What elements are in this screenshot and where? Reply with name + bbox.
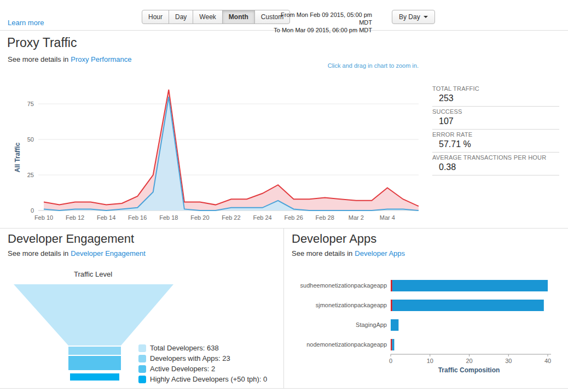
date-range-text: From Mon Feb 09 2015, 05:00 pm MDT To Mo… [273, 11, 372, 34]
svg-text:Feb 14: Feb 14 [97, 214, 115, 221]
svg-text:sjmonetizationpackageapp: sjmonetizationpackageapp [316, 302, 387, 308]
funnel-legend: Total Developers: 638Developers with App… [138, 344, 267, 383]
proxy-details: See more details inProxy Performance [8, 55, 132, 63]
svg-text:25: 25 [27, 172, 34, 178]
svg-text:nodemonetizationpackageapp: nodemonetizationpackageapp [306, 341, 387, 348]
range-button-month[interactable]: Month [222, 10, 255, 24]
svg-text:sudheemonetizationpackageapp: sudheemonetizationpackageapp [300, 282, 387, 289]
stat-value: 107 [432, 115, 559, 127]
proxy-traffic-title: Proxy Traffic [7, 36, 77, 50]
range-button-week[interactable]: Week [193, 10, 222, 24]
proxy-performance-link[interactable]: Proxy Performance [71, 55, 131, 63]
legend-swatch-icon [138, 355, 146, 362]
range-button-hour[interactable]: Hour [142, 10, 169, 24]
legend-label: Total Developers: 638 [150, 344, 219, 352]
interval-label: By Day [399, 13, 420, 21]
apps-details: See more details inDeveloper Apps [292, 249, 405, 258]
svg-text:Mar 4: Mar 4 [380, 214, 395, 221]
stat-label: SUCCESS [432, 108, 559, 115]
svg-text:20: 20 [466, 358, 472, 364]
bottom-divider [0, 388, 568, 389]
svg-text:All Traffic: All Traffic [14, 142, 21, 172]
svg-text:Feb 16: Feb 16 [128, 214, 147, 221]
engagement-details: See more details inDeveloper Engagement [8, 249, 146, 258]
stat-error-rate: ERROR RATE57.71 % [432, 130, 559, 153]
developer-apps-chart[interactable]: sudheemonetizationpackageappsjmonetizati… [288, 269, 565, 379]
svg-text:StagingApp: StagingApp [356, 321, 387, 328]
stat-value: 57.71 % [432, 138, 559, 150]
date-from: From Mon Feb 09 2015, 05:00 pm MDT [273, 11, 372, 26]
legend-item: Developers with Apps: 23 [138, 354, 267, 362]
developer-apps-link[interactable]: Developer Apps [355, 249, 405, 258]
legend-item: Total Developers: 638 [138, 344, 267, 352]
legend-item: Active Developers: 2 [138, 365, 267, 373]
learn-more-link[interactable]: Learn more [8, 19, 44, 27]
svg-text:75: 75 [27, 101, 34, 107]
range-button-day[interactable]: Day [169, 10, 193, 24]
legend-swatch-icon [138, 344, 146, 352]
legend-swatch-icon [138, 365, 146, 373]
svg-text:40: 40 [544, 358, 551, 364]
funnel-chart-title: Traffic Level [11, 270, 175, 278]
legend-label: Developers with Apps: 23 [150, 354, 230, 362]
svg-text:Feb 26: Feb 26 [285, 214, 303, 221]
proxy-stats-panel: TOTAL TRAFFIC253SUCCESS107ERROR RATE57.7… [432, 84, 559, 175]
stat-value: 253 [432, 92, 559, 104]
caret-down-icon [424, 16, 428, 18]
developer-engagement-link[interactable]: Developer Engagement [71, 249, 146, 258]
developer-engagement-title: Developer Engagement [8, 232, 134, 246]
stat-label: AVERAGE TRANSACTIONS PER HOUR [432, 154, 559, 161]
engagement-details-prefix: See more details in [8, 249, 68, 258]
svg-text:Mar 2: Mar 2 [349, 214, 364, 221]
svg-text:Feb 24: Feb 24 [253, 214, 271, 221]
svg-text:0: 0 [389, 358, 392, 364]
legend-label: Highly Active Developers (+50 tph): 0 [150, 375, 267, 383]
svg-text:Feb 12: Feb 12 [66, 214, 84, 221]
stat-success: SUCCESS107 [432, 107, 559, 130]
stat-label: TOTAL TRAFFIC [432, 85, 559, 92]
svg-text:Feb 22: Feb 22 [222, 214, 240, 221]
apps-details-prefix: See more details in [292, 249, 352, 258]
svg-text:0: 0 [31, 207, 34, 214]
svg-text:Feb 20: Feb 20 [190, 214, 209, 221]
legend-label: Active Developers: 2 [150, 365, 215, 373]
svg-text:Feb 18: Feb 18 [159, 214, 178, 221]
zoom-hint: Click and drag in chart to zoom in. [328, 62, 419, 69]
stat-label: ERROR RATE [432, 131, 559, 138]
stat-total-traffic: TOTAL TRAFFIC253 [432, 84, 559, 107]
developer-apps-title: Developer Apps [292, 232, 376, 246]
svg-text:Traffic Composition: Traffic Composition [438, 366, 500, 374]
legend-item: Highly Active Developers (+50 tph): 0 [138, 375, 267, 383]
time-range-buttons: HourDayWeekMonthCustom [142, 10, 290, 24]
developer-engagement-section: Developer Engagement See more details in… [0, 229, 283, 388]
stat-average-transactions-per-hour: AVERAGE TRANSACTIONS PER HOUR0.38 [432, 153, 559, 175]
svg-text:Feb 28: Feb 28 [316, 214, 334, 221]
legend-swatch-icon [138, 376, 146, 383]
topbar: Learn more HourDayWeekMonthCustom From M… [0, 0, 568, 31]
proxy-traffic-section: Proxy Traffic See more details inProxy P… [0, 31, 568, 228]
svg-text:30: 30 [505, 358, 512, 364]
analytics-dashboard: Learn more HourDayWeekMonthCustom From M… [0, 0, 568, 392]
svg-text:Feb 10: Feb 10 [34, 214, 53, 221]
proxy-details-prefix: See more details in [8, 55, 68, 63]
svg-text:50: 50 [27, 136, 34, 143]
interval-dropdown-button[interactable]: By Day [392, 10, 435, 24]
svg-text:10: 10 [427, 358, 433, 364]
proxy-traffic-chart[interactable]: 0255075Feb 10Feb 12Feb 14Feb 16Feb 18Feb… [4, 77, 431, 227]
developer-apps-section: Developer Apps See more details inDevelo… [284, 229, 568, 388]
stat-value: 0.38 [432, 161, 559, 173]
